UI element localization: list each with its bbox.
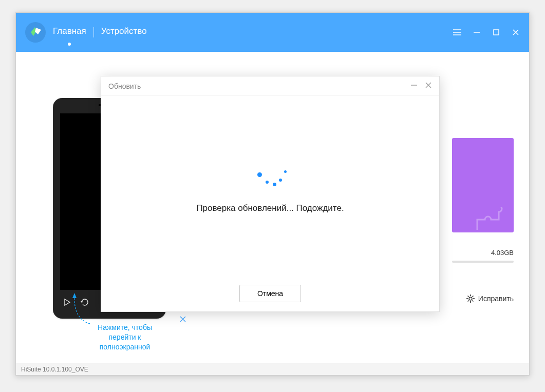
minimize-icon[interactable] [473, 28, 481, 36]
titlebar: Главная Устройство [16, 13, 529, 52]
dialog-minimize-icon[interactable] [410, 82, 418, 90]
tooltip-close-icon[interactable] [179, 315, 186, 325]
statusbar: HiSuite 10.0.1.100_OVE [16, 363, 529, 375]
header-nav: Главная Устройство [53, 26, 147, 38]
fullscreen-tooltip: Нажмите, чтобы перейти к полноэкранной [84, 323, 166, 352]
fix-button[interactable]: Исправить [466, 294, 514, 303]
dialog-message: Проверка обновлений... Подождите. [196, 203, 344, 213]
svg-rect-2 [494, 30, 499, 35]
gear-icon [466, 294, 475, 303]
maximize-icon[interactable] [492, 28, 500, 36]
version-label: HiSuite 10.0.1.100_OVE [21, 366, 88, 373]
loading-spinner-icon [252, 158, 288, 194]
logo-icon [29, 26, 42, 39]
storage-bar [452, 261, 514, 263]
nav-device[interactable]: Устройство [101, 26, 147, 38]
dialog-close-icon[interactable] [425, 82, 432, 90]
update-dialog: Обновить Проверка обновлений... Подождит… [101, 76, 440, 312]
app-logo [25, 22, 46, 43]
fix-label: Исправить [478, 295, 514, 303]
dialog-footer: Отмена [101, 276, 439, 311]
nav-separator [93, 27, 94, 37]
svg-marker-1 [35, 28, 41, 34]
storage-value: 4.03GB [452, 249, 514, 257]
storage-info: 4.03GB [452, 249, 514, 263]
dialog-header: Обновить [101, 76, 439, 96]
cancel-button[interactable]: Отмена [239, 285, 301, 302]
menu-icon[interactable] [453, 28, 461, 36]
side-card [452, 138, 514, 232]
dialog-title: Обновить [108, 82, 141, 90]
svg-marker-4 [72, 293, 77, 298]
nav-home[interactable]: Главная [53, 26, 86, 38]
close-icon[interactable] [512, 28, 520, 36]
svg-point-5 [469, 297, 472, 300]
window-controls [453, 28, 520, 36]
puzzle-icon [475, 207, 511, 232]
dialog-body: Проверка обновлений... Подождите. [101, 96, 439, 276]
